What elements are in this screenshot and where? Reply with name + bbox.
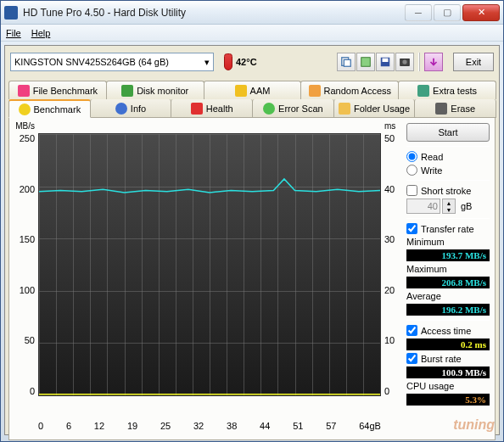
short-stroke-input <box>406 199 440 214</box>
maximum-label: Maximum <box>406 264 490 274</box>
write-label: Write <box>421 165 442 176</box>
read-label: Read <box>421 152 443 162</box>
tab-info[interactable]: Info <box>90 99 172 118</box>
maximum-value: 206.8 MB/s <box>406 277 490 288</box>
read-radio[interactable] <box>406 151 417 162</box>
menubar: File Help <box>1 25 503 42</box>
minimum-value: 193.7 MB/s <box>406 249 490 261</box>
burst-rate-label: Burst rate <box>421 354 462 364</box>
minimize-button[interactable]: ─ <box>405 4 432 21</box>
svg-rect-2 <box>361 58 371 67</box>
tab-extra-tests[interactable]: Extra tests <box>398 81 496 99</box>
titlebar: HD Tune Pro 4.50 - Hard Disk Utility ─ ▢… <box>1 1 503 25</box>
tab-row-lower: Benchmark Info Health Error Scan Folder … <box>8 99 496 118</box>
short-stroke-label: Short stroke <box>421 186 471 196</box>
y-axis-left: 250200150100500 <box>14 133 38 396</box>
y-axis-right: 50403020100 <box>381 133 400 396</box>
copy-screenshot-button[interactable] <box>356 53 375 71</box>
save-button[interactable] <box>376 53 395 71</box>
drive-select[interactable]: KINGSTON SNV425S264GB (64 gB) ▾ <box>10 53 214 71</box>
x-axis: 06121925323844515764gB <box>38 419 381 434</box>
tab-benchmark[interactable]: Benchmark <box>8 99 91 118</box>
options-button[interactable] <box>424 53 443 71</box>
burst-rate-value: 100.9 MB/s <box>406 366 490 378</box>
tab-file-benchmark[interactable]: File Benchmark <box>8 81 107 99</box>
average-label: Average <box>406 291 490 301</box>
minimum-label: Minimum <box>406 237 490 247</box>
benchmark-chart <box>38 133 381 396</box>
short-stroke-checkbox[interactable] <box>406 185 417 196</box>
window-title: HD Tune Pro 4.50 - Hard Disk Utility <box>23 7 405 19</box>
maximize-button[interactable]: ▢ <box>434 4 461 21</box>
short-stroke-spinner[interactable]: ▲▼ <box>442 199 456 214</box>
tab-health[interactable]: Health <box>171 99 253 118</box>
stroke-unit: gB <box>461 201 472 211</box>
tab-error-scan[interactable]: Error Scan <box>252 99 334 118</box>
write-radio[interactable] <box>406 165 417 176</box>
start-button[interactable]: Start <box>406 123 490 142</box>
copy-info-button[interactable] <box>337 53 356 71</box>
thermometer-icon <box>224 53 232 70</box>
tab-row-upper: File Benchmark Disk monitor AAM Random A… <box>8 80 496 99</box>
menu-help[interactable]: Help <box>31 28 51 38</box>
y-axis-left-label: MB/s <box>15 121 35 131</box>
transfer-rate-checkbox[interactable] <box>406 223 417 234</box>
tab-disk-monitor[interactable]: Disk monitor <box>106 81 204 99</box>
chevron-down-icon: ▾ <box>204 57 210 68</box>
svg-rect-4 <box>383 59 389 62</box>
access-time-label: Access time <box>421 326 471 336</box>
tab-aam[interactable]: AAM <box>204 81 302 99</box>
tab-erase[interactable]: Erase <box>414 99 496 118</box>
cpu-usage-value: 5.3% <box>406 394 490 406</box>
y-axis-right-label: ms <box>384 121 395 131</box>
average-value: 196.2 MB/s <box>406 304 490 316</box>
drive-select-value: KINGSTON SNV425S264GB (64 gB) <box>14 57 169 67</box>
tab-random-access[interactable]: Random Access <box>300 81 399 99</box>
svg-rect-1 <box>344 59 350 66</box>
transfer-rate-label: Transfer rate <box>421 224 474 234</box>
menu-file[interactable]: File <box>6 28 21 38</box>
screenshot-button[interactable] <box>395 53 414 71</box>
temperature-display: 42°C <box>224 53 257 70</box>
svg-point-6 <box>402 59 406 64</box>
toolbar-divider <box>418 53 420 71</box>
burst-rate-checkbox[interactable] <box>406 353 417 364</box>
exit-button[interactable]: Exit <box>453 53 494 71</box>
temperature-value: 42°C <box>236 57 257 67</box>
access-time-value: 0.2 ms <box>406 338 490 350</box>
close-button[interactable]: ✕ <box>462 4 500 21</box>
app-icon <box>4 6 18 20</box>
access-time-checkbox[interactable] <box>406 325 417 336</box>
tab-folder-usage[interactable]: Folder Usage <box>333 99 416 118</box>
cpu-usage-label: CPU usage <box>406 381 490 391</box>
